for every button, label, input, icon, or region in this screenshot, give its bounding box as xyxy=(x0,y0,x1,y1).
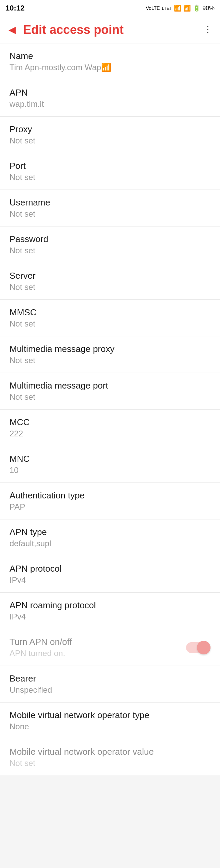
setting-value-port: Not set xyxy=(10,173,210,182)
setting-label-bearer: Bearer xyxy=(10,673,210,684)
setting-value-apn-protocol: IPv4 xyxy=(10,575,210,585)
setting-label-name: Name xyxy=(10,51,210,61)
setting-value-mnc: 10 xyxy=(10,466,210,475)
setting-item-username[interactable]: Username Not set xyxy=(0,190,220,226)
setting-value-username: Not set xyxy=(10,209,210,219)
setting-value-mmsc: Not set xyxy=(10,319,210,329)
setting-item-mcc[interactable]: MCC 222 xyxy=(0,410,220,446)
setting-value-mvno-type: None xyxy=(10,722,210,731)
header: ◀ Edit access point ⋮ xyxy=(0,16,220,43)
toggle-thumb xyxy=(197,641,210,654)
setting-value-apn-toggle: APN turned on. xyxy=(10,649,186,658)
setting-value-password: Not set xyxy=(10,246,210,255)
setting-item-apn-type[interactable]: APN type default,supl xyxy=(0,519,220,556)
setting-label-port: Port xyxy=(10,161,210,171)
setting-value-proxy: Not set xyxy=(10,136,210,145)
status-icons: VoLTE LTE↑ 📶 📶 🔋 90% xyxy=(146,4,215,12)
setting-label-mvno-value: Mobile virtual network operator value xyxy=(10,747,210,757)
setting-value-mm-proxy: Not set xyxy=(10,356,210,365)
setting-label-mm-proxy: Multimedia message proxy xyxy=(10,344,210,354)
setting-value-name: Tim Apn-mostly.com Wap📶 xyxy=(10,63,210,72)
setting-item-mvno-type[interactable]: Mobile virtual network operator type Non… xyxy=(0,703,220,739)
overflow-menu-button[interactable]: ⋮ xyxy=(200,22,216,38)
setting-item-mnc[interactable]: MNC 10 xyxy=(0,446,220,483)
setting-value-mvno-value: Not set xyxy=(10,758,210,768)
setting-value-bearer: Unspecified xyxy=(10,685,210,695)
setting-label-mmsc: MMSC xyxy=(10,307,210,318)
setting-label-mvno-type: Mobile virtual network operator type xyxy=(10,710,210,721)
battery-level: 90% xyxy=(202,5,215,12)
setting-label-proxy: Proxy xyxy=(10,124,210,135)
setting-value-auth-type: PAP xyxy=(10,502,210,512)
setting-item-proxy[interactable]: Proxy Not set xyxy=(0,117,220,153)
signal-icon-2: 📶 xyxy=(183,4,191,12)
apn-toggle-switch[interactable] xyxy=(186,641,210,654)
setting-item-port[interactable]: Port Not set xyxy=(0,153,220,190)
setting-item-server[interactable]: Server Not set xyxy=(0,263,220,300)
status-time: 10:12 xyxy=(5,4,24,13)
voip-icon: VoLTE xyxy=(146,5,160,11)
page-title: Edit access point xyxy=(20,23,200,37)
settings-list: Name Tim Apn-mostly.com Wap📶 APN wap.tim… xyxy=(0,43,220,776)
setting-label-mcc: MCC xyxy=(10,417,210,428)
setting-value-apn-roaming: IPv4 xyxy=(10,612,210,622)
setting-label-apn-protocol: APN protocol xyxy=(10,564,210,574)
setting-value-server: Not set xyxy=(10,282,210,292)
setting-value-apn-type: default,supl xyxy=(10,539,210,548)
setting-item-name[interactable]: Name Tim Apn-mostly.com Wap📶 xyxy=(0,43,220,80)
setting-label-mm-port: Multimedia message port xyxy=(10,380,210,391)
setting-label-apn-toggle: Turn APN on/off xyxy=(10,637,186,647)
setting-label-apn-roaming: APN roaming protocol xyxy=(10,600,210,611)
lte-icon: LTE↑ xyxy=(162,6,172,11)
setting-label-auth-type: Authentication type xyxy=(10,490,210,501)
setting-item-apn-roaming[interactable]: APN roaming protocol IPv4 xyxy=(0,593,220,629)
setting-item-mm-proxy[interactable]: Multimedia message proxy Not set xyxy=(0,336,220,373)
setting-label-server: Server xyxy=(10,271,210,281)
setting-item-mm-port[interactable]: Multimedia message port Not set xyxy=(0,373,220,410)
setting-label-mnc: MNC xyxy=(10,454,210,464)
setting-item-apn-protocol[interactable]: APN protocol IPv4 xyxy=(0,556,220,593)
setting-item-auth-type[interactable]: Authentication type PAP xyxy=(0,483,220,519)
status-bar: 10:12 VoLTE LTE↑ 📶 📶 🔋 90% xyxy=(0,0,220,16)
setting-item-bearer[interactable]: Bearer Unspecified xyxy=(0,666,220,703)
setting-item-apn[interactable]: APN wap.tim.it xyxy=(0,80,220,117)
signal-icon: 📶 xyxy=(174,4,181,12)
setting-label-password: Password xyxy=(10,234,210,244)
setting-label-apn-type: APN type xyxy=(10,527,210,537)
setting-label-username: Username xyxy=(10,197,210,208)
setting-value-mm-port: Not set xyxy=(10,392,210,402)
back-button[interactable]: ◀ xyxy=(4,22,20,38)
setting-value-apn: wap.tim.it xyxy=(10,99,210,109)
setting-item-mvno-value: Mobile virtual network operator value No… xyxy=(0,739,220,776)
setting-item-mmsc[interactable]: MMSC Not set xyxy=(0,300,220,336)
battery-icon: 🔋 xyxy=(193,4,200,12)
setting-item-apn-toggle: Turn APN on/off APN turned on. xyxy=(0,629,220,666)
setting-value-mcc: 222 xyxy=(10,429,210,438)
setting-label-apn: APN xyxy=(10,87,210,98)
setting-item-password[interactable]: Password Not set xyxy=(0,226,220,263)
